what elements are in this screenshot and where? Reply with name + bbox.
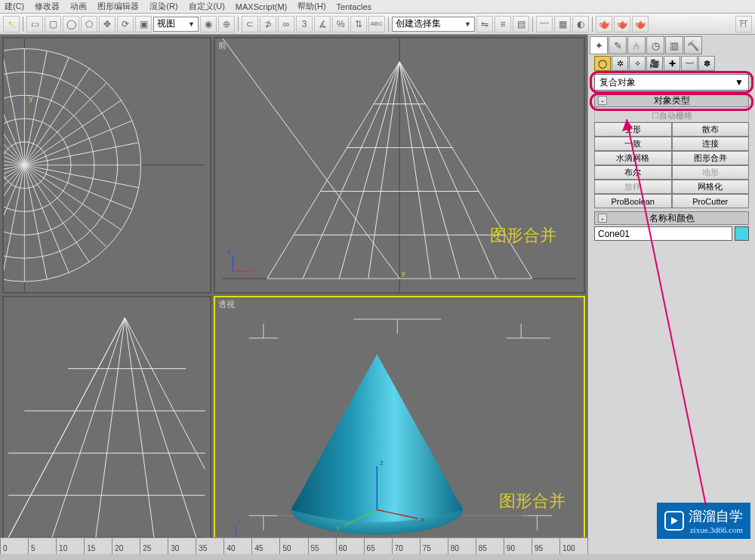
- schematic-icon[interactable]: ▦: [554, 16, 571, 32]
- link-icon[interactable]: ⊂: [242, 16, 258, 32]
- menu-item[interactable]: 修改器: [35, 1, 60, 12]
- autogrid-checkbox[interactable]: ☐ 自动栅格: [594, 109, 749, 122]
- menu-item[interactable]: Tentacles: [337, 2, 371, 11]
- rotate-icon[interactable]: ⟳: [117, 16, 134, 32]
- unlink-icon[interactable]: ⊅: [260, 16, 276, 32]
- create-tab-icon[interactable]: ✦: [590, 36, 608, 54]
- type-button[interactable]: 放样: [594, 180, 672, 194]
- type-button[interactable]: 一致: [594, 137, 672, 151]
- collapse-icon[interactable]: -: [598, 214, 607, 223]
- svg-line-33: [339, 62, 399, 278]
- percent-snap-icon[interactable]: %: [332, 16, 349, 32]
- collapse-icon[interactable]: -: [598, 96, 607, 105]
- quick-render-icon[interactable]: 🫖: [632, 16, 649, 32]
- command-panel: ✦ ✎ ⑃ ◷ ▥ 🔨 ◯ ✲ ✧ 🎥 ✚ 〰 ✽ 复合对象▼ - 对象类型: [587, 35, 755, 554]
- spacewarps-icon[interactable]: 〰: [681, 56, 698, 71]
- curve-editor-icon[interactable]: 〰: [536, 16, 553, 32]
- tick: 100: [559, 538, 587, 554]
- tick: 40: [223, 538, 251, 554]
- type-button[interactable]: 散布: [672, 122, 750, 137]
- pivot-icon[interactable]: ⊕: [218, 16, 235, 32]
- viewport-text: 图形合并: [499, 490, 565, 512]
- svg-line-51: [52, 317, 125, 537]
- menu-item[interactable]: MAXScript(M): [236, 2, 287, 11]
- play-icon: [664, 511, 684, 531]
- helpers-icon[interactable]: ✚: [664, 56, 680, 71]
- tick: 0: [0, 538, 28, 554]
- time-ruler[interactable]: 0 5 10 15 20 25 30 35 40 45 50 55 60 65 …: [0, 537, 587, 554]
- type-button[interactable]: 地形: [672, 165, 750, 180]
- object-name-input[interactable]: [594, 226, 732, 241]
- render-setup-icon[interactable]: 🫖: [596, 16, 612, 32]
- layers-icon[interactable]: ▤: [513, 16, 529, 32]
- type-button[interactable]: 网格化: [672, 180, 750, 194]
- shapes-icon[interactable]: ✲: [612, 56, 628, 71]
- type-button[interactable]: 水滴网格: [594, 151, 672, 165]
- display-tab-icon[interactable]: ▥: [665, 36, 683, 54]
- svg-line-53: [125, 317, 154, 537]
- svg-line-31: [223, 38, 399, 278]
- render-frame-icon[interactable]: 🫖: [614, 16, 630, 32]
- select-fence-icon[interactable]: ⬠: [81, 16, 97, 32]
- name-color-rollout[interactable]: - 名称和颜色: [594, 211, 749, 225]
- material-icon[interactable]: ◐: [572, 16, 589, 32]
- selection-set-combo[interactable]: 创建选择集▼: [392, 17, 475, 32]
- cameras-icon[interactable]: 🎥: [646, 56, 663, 71]
- move-icon[interactable]: ✥: [99, 16, 116, 32]
- svg-text:y: y: [402, 269, 405, 277]
- tick: 85: [476, 538, 504, 554]
- select-all-icon[interactable]: ▭: [26, 16, 43, 32]
- viewport-front[interactable]: 前: [214, 37, 585, 294]
- separator: [23, 17, 23, 32]
- viewport-label: 前: [218, 40, 226, 51]
- bind-icon[interactable]: ∞: [278, 16, 294, 32]
- menu-item[interactable]: 自定义(U): [189, 1, 225, 12]
- watermark-sub: zixue.3d66.com: [690, 525, 743, 534]
- cursor-icon[interactable]: ↖: [3, 16, 20, 32]
- svg-line-37: [399, 62, 496, 278]
- viewport-left[interactable]: [2, 296, 211, 552]
- type-button[interactable]: 布尔: [594, 165, 672, 180]
- viewport-perspective[interactable]: 透视: [214, 296, 585, 552]
- type-button[interactable]: ProBoolean: [594, 194, 672, 208]
- lights-icon[interactable]: ✧: [629, 56, 646, 71]
- select-circle-icon[interactable]: ◯: [63, 16, 79, 32]
- view-combo[interactable]: 视图▼: [153, 17, 199, 32]
- spinner-snap-icon[interactable]: ⇅: [350, 16, 367, 32]
- object-type-rollout[interactable]: - 对象类型: [594, 94, 749, 107]
- svg-line-54: [125, 317, 196, 537]
- abc-icon[interactable]: ABC: [368, 16, 385, 32]
- utilities-tab-icon[interactable]: 🔨: [684, 36, 702, 54]
- angle-snap-icon[interactable]: ∡: [314, 16, 331, 32]
- snap3-icon[interactable]: 3: [296, 16, 313, 32]
- modify-tab-icon[interactable]: ✎: [609, 36, 627, 54]
- color-swatch[interactable]: [735, 226, 749, 241]
- viewport-top[interactable]: y: [2, 37, 211, 294]
- svg-marker-71: [671, 517, 678, 525]
- menu-item[interactable]: 帮助(H): [297, 1, 325, 12]
- menu-item[interactable]: 图形编辑器: [97, 1, 139, 12]
- svg-text:x: x: [421, 514, 424, 522]
- category-dropdown[interactable]: 复合对象▼: [594, 74, 749, 91]
- type-button[interactable]: 变形: [594, 122, 672, 137]
- reactor-icon[interactable]: ⛩: [735, 16, 752, 32]
- snap-icon[interactable]: ◉: [200, 16, 217, 32]
- type-button[interactable]: ProCutter: [672, 194, 750, 208]
- hierarchy-tab-icon[interactable]: ⑃: [627, 36, 646, 54]
- geometry-icon[interactable]: ◯: [594, 56, 611, 71]
- watermark: 溜溜自学 zixue.3d66.com: [657, 503, 750, 539]
- svg-line-45: [125, 317, 205, 469]
- tick: 50: [279, 538, 307, 554]
- menu-item[interactable]: 建(C): [5, 1, 24, 12]
- menu-item[interactable]: 动画: [70, 1, 87, 12]
- type-button[interactable]: 连接: [672, 137, 750, 151]
- align-icon[interactable]: ≡: [495, 16, 511, 32]
- svg-text:x: x: [250, 267, 254, 275]
- scale-icon[interactable]: ▣: [135, 16, 152, 32]
- motion-tab-icon[interactable]: ◷: [646, 36, 664, 54]
- type-button[interactable]: 图形合并: [672, 151, 750, 165]
- mirror-icon[interactable]: ⇋: [476, 16, 493, 32]
- select-rect-icon[interactable]: ▢: [45, 16, 61, 32]
- systems-icon[interactable]: ✽: [698, 56, 715, 71]
- menu-item[interactable]: 渲染(R): [149, 1, 177, 12]
